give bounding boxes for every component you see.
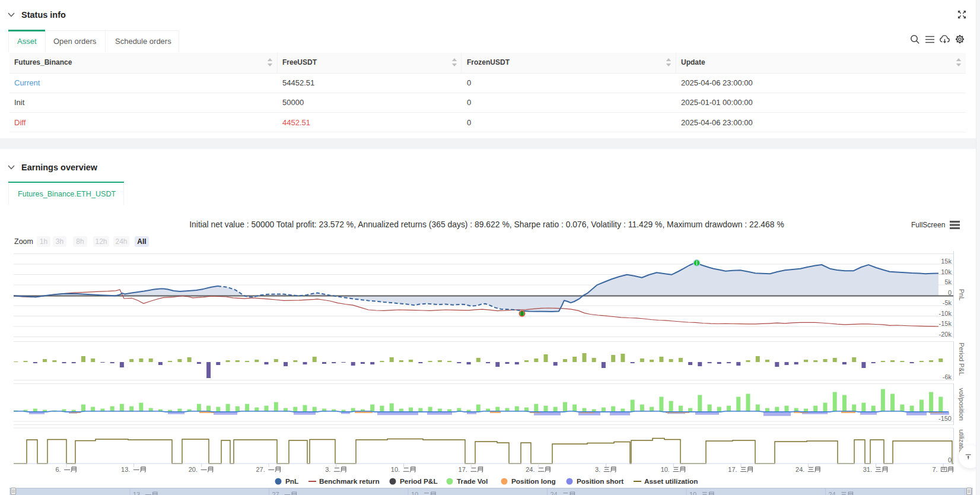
svg-text:-10k: -10k	[939, 310, 952, 317]
svg-text:Benchmark return: Benchmark return	[319, 477, 380, 486]
svg-text:6.: 6.	[55, 466, 61, 473]
svg-text:-20k: -20k	[939, 331, 952, 338]
svg-text:31.: 31.	[863, 466, 872, 473]
svg-text:Period P&L: Period P&L	[958, 342, 965, 376]
svg-text:10.: 10.	[391, 466, 400, 473]
svg-text:27.: 27.	[256, 466, 265, 473]
svg-text:-5k: -5k	[943, 299, 952, 306]
svg-text:24.: 24.	[526, 466, 534, 473]
svg-text:24.: 24.	[796, 466, 804, 473]
svg-text:10k: 10k	[941, 268, 952, 275]
svg-text:15k: 15k	[941, 258, 952, 265]
svg-text:24.: 24.	[551, 491, 559, 495]
svg-text:PnL: PnL	[958, 289, 965, 301]
svg-text:-15k: -15k	[939, 320, 952, 327]
svg-text:13.: 13.	[121, 466, 130, 473]
svg-text:24.: 24.	[829, 491, 838, 495]
svg-text:7.: 7.	[932, 466, 937, 473]
svg-text:-6k: -6k	[943, 373, 952, 380]
svg-text:Period P&L: Period P&L	[400, 477, 438, 486]
svg-text:PnL: PnL	[285, 477, 298, 486]
svg-text:10.: 10.	[661, 466, 670, 473]
svg-text:vol/position: vol/position	[958, 388, 965, 420]
svg-text:17.: 17.	[728, 466, 737, 473]
svg-text:10.: 10.	[689, 491, 698, 495]
svg-text:13.: 13.	[133, 491, 142, 495]
svg-text:Asset utilization: Asset utilization	[644, 477, 698, 486]
svg-text:-150: -150	[938, 415, 952, 422]
svg-text:0: 0	[948, 289, 952, 296]
svg-text:27.: 27.	[272, 491, 281, 495]
svg-text:Position long: Position long	[511, 477, 556, 486]
svg-text:Position short: Position short	[577, 477, 623, 486]
svg-text:3.: 3.	[595, 466, 600, 473]
svg-text:3.: 3.	[325, 466, 330, 473]
svg-text:10.: 10.	[411, 491, 420, 495]
svg-text:5k: 5k	[944, 278, 952, 285]
svg-text:Trade Vol: Trade Vol	[457, 477, 488, 486]
svg-text:0: 0	[948, 456, 952, 464]
svg-text:17.: 17.	[459, 466, 467, 473]
svg-text:20.: 20.	[189, 466, 198, 473]
